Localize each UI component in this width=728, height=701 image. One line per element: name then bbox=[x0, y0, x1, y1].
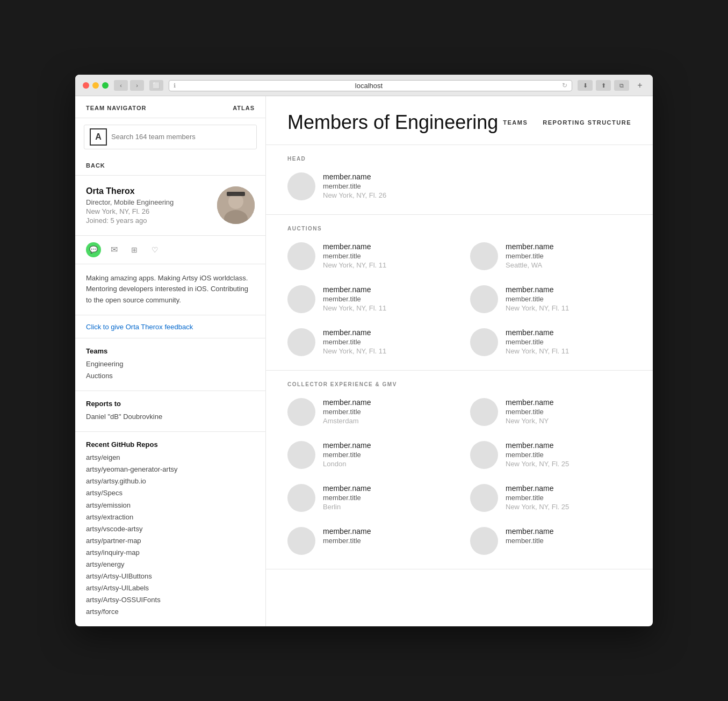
repo-item[interactable]: artsy/energy bbox=[86, 559, 255, 570]
feedback-section: Click to give Orta Therox feedback bbox=[75, 315, 265, 338]
search-input[interactable] bbox=[111, 133, 251, 141]
atlas-label[interactable]: ATLAS bbox=[233, 105, 255, 111]
member-name: member.name bbox=[506, 242, 631, 251]
search-bar[interactable]: A bbox=[84, 125, 257, 149]
tab-overview-button[interactable]: ⬜ bbox=[149, 80, 163, 91]
repo-item[interactable]: artsy/eigen bbox=[86, 452, 255, 464]
member-title: member.title bbox=[506, 451, 631, 459]
chat-icon[interactable]: 💬 bbox=[86, 242, 101, 257]
back-nav-button[interactable]: ‹ bbox=[114, 80, 128, 91]
main-header: Members of Engineering TEAMS REPORTING S… bbox=[266, 96, 653, 145]
member-title: member.title bbox=[506, 408, 631, 416]
browser-chrome: ‹ › ⬜ ℹ localhost ↻ ⬇ ⬆ ⧉ + bbox=[75, 75, 653, 96]
member-title: member.title bbox=[323, 252, 449, 260]
forward-nav-button[interactable]: › bbox=[130, 80, 144, 91]
download-icon[interactable]: ⬇ bbox=[578, 80, 593, 91]
repo-item[interactable]: artsy/Artsy-UILabels bbox=[86, 582, 255, 594]
member-location: New York, NY, Fl. 11 bbox=[323, 347, 449, 355]
member-avatar bbox=[287, 484, 315, 512]
member-details: member.name member.title New York, NY, F… bbox=[506, 328, 631, 355]
collector-section: COLLECTOR EXPERIENCE & GMV member.name m… bbox=[266, 371, 653, 569]
member-name: member.name bbox=[323, 441, 449, 450]
member-title: member.title bbox=[506, 252, 631, 260]
member-details: member.name member.title New York, NY, F… bbox=[323, 285, 449, 312]
heart-icon[interactable]: ♡ bbox=[147, 242, 162, 257]
reports-to-person[interactable]: Daniel "dB" Doubrovkine bbox=[86, 411, 255, 423]
repo-item[interactable]: artsy/force bbox=[86, 606, 255, 618]
repo-item[interactable]: artsy/emission bbox=[86, 500, 255, 511]
member-details: member.name member.title New York, NY, F… bbox=[323, 328, 449, 355]
add-tab-button[interactable]: + bbox=[635, 80, 645, 91]
member-card[interactable]: member.name member.title Seattle, WA bbox=[470, 239, 631, 273]
repo-item[interactable]: artsy/partner-map bbox=[86, 535, 255, 547]
member-card[interactable]: member.name member.title Berlin bbox=[287, 481, 449, 515]
head-members-grid: member.name member.title New York, NY, F… bbox=[287, 169, 631, 204]
member-avatar bbox=[287, 328, 315, 356]
repo-item[interactable]: artsy/Artsy-UIButtons bbox=[86, 570, 255, 582]
member-details: member.name member.title New York, NY, F… bbox=[323, 172, 459, 199]
person-name[interactable]: Orta Therox bbox=[86, 186, 208, 196]
close-button[interactable] bbox=[83, 82, 89, 89]
member-card[interactable]: member.name member.title New York, NY, F… bbox=[470, 325, 631, 359]
member-avatar bbox=[287, 242, 315, 270]
member-location: New York, NY, Fl. 11 bbox=[506, 304, 631, 312]
maximize-button[interactable] bbox=[102, 82, 109, 89]
repo-item[interactable]: artsy/extraction bbox=[86, 511, 255, 523]
member-location: New York, NY bbox=[506, 417, 631, 425]
member-location: New York, NY, Fl. 25 bbox=[506, 503, 631, 511]
member-avatar bbox=[287, 398, 315, 426]
feedback-link[interactable]: Click to give Orta Therox feedback bbox=[86, 323, 193, 331]
address-bar[interactable]: ℹ localhost ↻ bbox=[169, 80, 572, 91]
avatar[interactable] bbox=[217, 186, 255, 224]
minimize-button[interactable] bbox=[92, 82, 99, 89]
repo-item[interactable]: artsy/vscode-artsy bbox=[86, 523, 255, 535]
member-card[interactable]: member.name member.title New York, NY, F… bbox=[287, 169, 459, 204]
info-icon: ℹ bbox=[174, 82, 176, 89]
sidebar-header: TEAM NAVIGATOR ATLAS bbox=[75, 96, 265, 118]
team-auctions[interactable]: Auctions bbox=[86, 370, 255, 382]
member-avatar bbox=[470, 285, 498, 313]
nav-teams[interactable]: TEAMS bbox=[503, 119, 528, 126]
main-content: Members of Engineering TEAMS REPORTING S… bbox=[266, 96, 653, 627]
member-name: member.name bbox=[323, 398, 449, 407]
grid-icon[interactable]: ⊞ bbox=[127, 242, 142, 257]
member-title: member.title bbox=[506, 295, 631, 303]
teams-section: Teams Engineering Auctions bbox=[75, 338, 265, 391]
member-title: member.title bbox=[506, 537, 631, 545]
repo-item[interactable]: artsy/yeoman-generator-artsy bbox=[86, 464, 255, 475]
head-section-label: HEAD bbox=[287, 145, 631, 169]
member-avatar bbox=[470, 484, 498, 512]
member-card[interactable]: member.name member.title New York, NY, F… bbox=[470, 438, 631, 472]
member-card[interactable]: member.name member.title New York, NY, F… bbox=[287, 239, 449, 273]
member-card[interactable]: member.name member.title New York, NY, F… bbox=[287, 282, 449, 316]
page-title: Members of Engineering bbox=[287, 111, 498, 134]
person-title: Director, Mobile Engineering bbox=[86, 198, 208, 206]
repo-item[interactable]: artsy/Specs bbox=[86, 487, 255, 499]
nav-reporting-structure[interactable]: REPORTING STRUCTURE bbox=[543, 119, 631, 126]
reload-icon[interactable]: ↻ bbox=[562, 82, 567, 89]
member-card[interactable]: member.name member.title New York, NY bbox=[470, 395, 631, 429]
member-avatar bbox=[470, 441, 498, 469]
member-card[interactable]: member.name member.title bbox=[287, 524, 449, 558]
member-details: member.name member.title New York, NY, F… bbox=[506, 441, 631, 468]
member-avatar bbox=[287, 441, 315, 469]
member-card[interactable]: member.name member.title London bbox=[287, 438, 449, 472]
member-card[interactable]: member.name member.title Amsterdam bbox=[287, 395, 449, 429]
back-button[interactable]: BACK bbox=[75, 156, 265, 176]
member-card[interactable]: member.name member.title New York, NY, F… bbox=[287, 325, 449, 359]
repo-item[interactable]: artsy/Artsy-OSSUIFonts bbox=[86, 594, 255, 606]
collector-members-grid: member.name member.title Amsterdam membe… bbox=[287, 395, 631, 558]
member-title: member.title bbox=[323, 295, 449, 303]
new-tab-icon[interactable]: ⧉ bbox=[614, 80, 629, 91]
auctions-section-label: AUCTIONS bbox=[287, 215, 631, 239]
repo-item[interactable]: artsy/artsy.github.io bbox=[86, 475, 255, 487]
member-name: member.name bbox=[323, 242, 449, 251]
email-icon[interactable]: ✉ bbox=[106, 242, 121, 257]
member-details: member.name member.title New York, NY, F… bbox=[506, 285, 631, 312]
member-card[interactable]: member.name member.title bbox=[470, 524, 631, 558]
member-card[interactable]: member.name member.title New York, NY, F… bbox=[470, 481, 631, 515]
member-card[interactable]: member.name member.title New York, NY, F… bbox=[470, 282, 631, 316]
share-icon[interactable]: ⬆ bbox=[596, 80, 611, 91]
repo-item[interactable]: artsy/inquiry-map bbox=[86, 547, 255, 559]
team-engineering[interactable]: Engineering bbox=[86, 358, 255, 370]
